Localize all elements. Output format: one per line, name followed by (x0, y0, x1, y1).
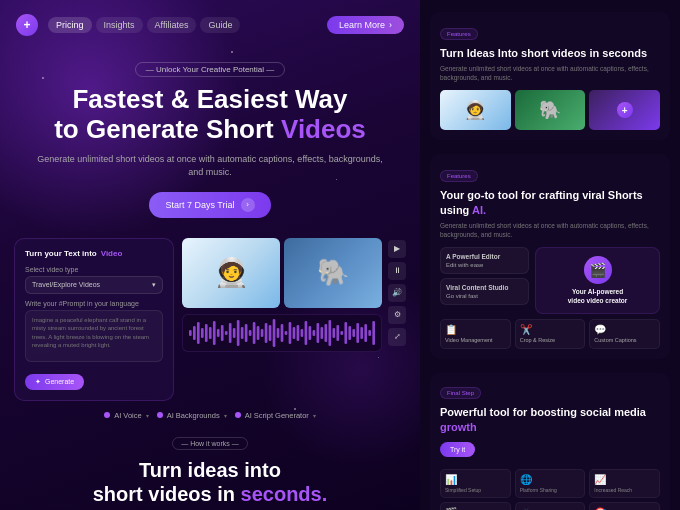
nav-cta-label: Learn More (339, 20, 385, 30)
feature-grid: 📋 Video Management ✂️ Crop & Resize 💬 Cu… (440, 319, 660, 349)
waveform-svg (189, 318, 375, 348)
setup-icon: 📊 (445, 474, 506, 485)
svg-rect-3 (201, 328, 204, 338)
hero-cta-label: Start 7 Days Trial (165, 200, 234, 210)
prompt-textarea[interactable]: Imagine a peaceful elephant calf stand i… (25, 310, 163, 362)
feature-tag-ai-backgrounds[interactable]: AI Backgrounds ▾ (157, 411, 227, 420)
feature-tag-label: AI Script Generator (245, 411, 309, 420)
svg-rect-40 (348, 326, 351, 340)
svg-rect-8 (221, 325, 224, 341)
video-previews: 🧑‍🚀 🐘 (182, 238, 382, 401)
video-row-top: 🧑‍🚀 🐘 (182, 238, 382, 308)
social-cell-5: 📺 Platform Videos (515, 502, 586, 510)
nav-link-guide[interactable]: Guide (200, 17, 240, 33)
nav-link-insights[interactable]: Insights (96, 17, 143, 33)
svg-rect-18 (261, 329, 264, 337)
nav-links: Pricing Insights Affiliates Guide (48, 17, 240, 33)
video-type-label: Select video type (25, 266, 163, 273)
section3-title-accent: growth (440, 421, 477, 433)
svg-rect-1 (193, 326, 196, 340)
video-type-value: Travel/Explore Videos (32, 281, 100, 288)
section1-thumb-1: 🧑‍🚀 (440, 90, 511, 130)
hero-title: Fastest & Easiest Way to Generate Short … (30, 85, 390, 145)
video-mgmt-icon: 📋 (445, 324, 506, 335)
svg-rect-42 (356, 323, 359, 343)
feature-cell-3: 📋 Video Management (440, 319, 511, 349)
hero-cta-button[interactable]: Start 7 Days Trial › (149, 192, 270, 218)
svg-rect-28 (301, 329, 304, 337)
svg-rect-0 (189, 330, 192, 336)
svg-rect-25 (289, 322, 292, 344)
plus-icon: + (617, 102, 633, 118)
elephant-emoji: 🐘 (539, 99, 561, 121)
ai-creator-label: Your AI-poweredvideo video creator (568, 288, 628, 305)
fullscreen-button[interactable]: ⤢ (388, 328, 406, 346)
section3-badge: Final Step (440, 387, 481, 399)
captions-icon: 💬 (594, 324, 655, 335)
nav-link-pricing[interactable]: Pricing (48, 17, 92, 33)
svg-rect-2 (197, 322, 200, 344)
astro-emoji: 🧑‍🚀 (464, 99, 486, 121)
bottom-hero-section: — How it works — Turn ideas into short v… (0, 420, 420, 506)
section2-title: Your go-to tool for crafting viral Short… (440, 188, 660, 217)
waveform (182, 314, 382, 352)
svg-rect-27 (297, 325, 300, 341)
platform-icon: 🌐 (520, 474, 581, 485)
video-thumb-3: 🐘 (284, 238, 382, 308)
feature-cell-label-5: Custom Captions (594, 337, 655, 344)
svg-rect-31 (313, 330, 316, 336)
ai-creator-sub: video creator (587, 297, 628, 304)
feature-tag-ai-voice[interactable]: AI Voice ▾ (104, 411, 149, 420)
demo-section: Turn your Text into Video Select video t… (0, 238, 420, 401)
section3-title: Powerful tool for boosting social media … (440, 405, 660, 434)
chevron-down-icon: ▾ (224, 412, 227, 419)
social-grid: 📊 Simplified Setup 🌐 Platform Sharing 📈 … (440, 469, 660, 510)
nav-cta-arrow-icon: › (389, 20, 392, 30)
ai-orb-icon: 🎬 (584, 256, 612, 284)
social-cell-label-1: Simplified Setup (445, 487, 506, 493)
nav-cta-button[interactable]: Learn More › (327, 16, 404, 34)
social-cell-label-3: Increased Reach (594, 487, 655, 493)
bottom-title-line1: Turn ideas into (139, 459, 281, 481)
try-button[interactable]: Try it (440, 442, 475, 457)
play-button[interactable]: ▶ (388, 240, 406, 258)
section1-thumb-plus[interactable]: + (589, 90, 660, 130)
chevron-down-icon: ▾ (313, 412, 316, 419)
feature-dot-icon (104, 412, 110, 418)
svg-rect-36 (332, 328, 335, 338)
feature-cell-label-3: Video Management (445, 337, 506, 344)
svg-rect-15 (249, 330, 252, 336)
ai-small-card-2: Viral Content Studio Go viral fast (440, 278, 529, 305)
social-cell-4: 🎬 Bulk Video Ops (440, 502, 511, 510)
nav-link-affiliates[interactable]: Affiliates (147, 17, 197, 33)
svg-rect-13 (241, 327, 244, 339)
generate-button[interactable]: ✦ Generate (25, 374, 84, 390)
feature-tag-ai-script[interactable]: AI Script Generator ▾ (235, 411, 316, 420)
feature-dot-icon (157, 412, 163, 418)
feature-cell-5: 💬 Custom Captions (589, 319, 660, 349)
social-cell-2: 🌐 Platform Sharing (515, 469, 586, 498)
section2-subtitle: Generate unlimited short videos at once … (440, 221, 660, 239)
hero-title-accent: Videos (281, 114, 366, 144)
reach-icon: 📈 (594, 474, 655, 485)
ai-card-text-2: Go viral fast (446, 293, 523, 299)
sound-button[interactable]: 🔊 (388, 284, 406, 302)
ai-card-title-2: Viral Content Studio (446, 284, 523, 291)
svg-rect-12 (237, 320, 240, 346)
section1-subtitle: Generate unlimited short videos at once … (440, 64, 660, 82)
svg-rect-16 (253, 322, 256, 344)
video-type-select[interactable]: Travel/Explore Videos ▾ (25, 276, 163, 294)
logo[interactable]: + (16, 14, 38, 36)
settings-button[interactable]: ⚙ (388, 306, 406, 324)
svg-rect-5 (209, 327, 212, 339)
svg-rect-9 (225, 331, 228, 335)
section1-title: Turn Ideas Into short videos in seconds (440, 46, 660, 60)
ai-card-title-1: A Powerful Editor (446, 253, 523, 260)
section1-thumb-grid: 🧑‍🚀 🐘 + (440, 90, 660, 130)
svg-rect-4 (205, 324, 208, 342)
svg-rect-44 (364, 324, 367, 342)
right-section-3: Final Step Powerful tool for boosting so… (430, 373, 670, 510)
right-section-1: Features Turn Ideas Into short videos in… (430, 12, 670, 140)
pause-button[interactable]: ⏸ (388, 262, 406, 280)
generate-icon: ✦ (35, 378, 41, 386)
